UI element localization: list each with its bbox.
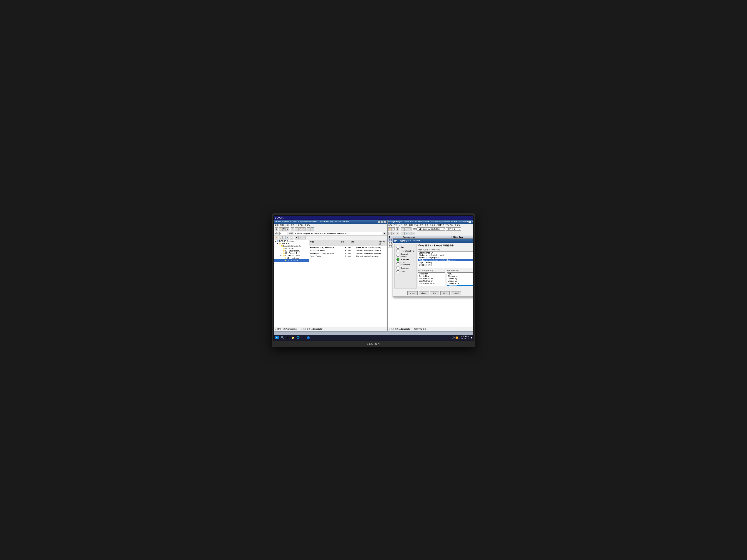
tree-item-example-template[interactable]: ▼ 📁 Example Template f... bbox=[274, 245, 309, 247]
rmenu-log[interactable]: 로흔 bbox=[424, 224, 428, 226]
taskbar-cortana-icon[interactable]: ◉ bbox=[285, 336, 290, 340]
btn-help[interactable]: 도움말 bbox=[451, 291, 461, 295]
filter-input[interactable] bbox=[279, 232, 287, 235]
ext-created-thru[interactable]: Created Thru bbox=[447, 282, 473, 285]
taskbar-search-icon[interactable]: 🔍 bbox=[280, 336, 285, 340]
rtb2-1[interactable]: ⬆ bbox=[388, 232, 392, 235]
menu-view[interactable]: 보기 bbox=[285, 224, 289, 226]
taskbar-edge-icon[interactable]: 🌐 bbox=[296, 336, 300, 340]
attr-object-identifier[interactable]: Object Identifier bbox=[418, 264, 473, 266]
menu-edit[interactable]: 편집 bbox=[280, 224, 284, 226]
taskbar-mail-icon[interactable]: ✉ bbox=[301, 336, 305, 340]
ext-allocated-to[interactable]: Allocated to bbox=[447, 275, 473, 277]
rtb-4[interactable]: ✂ bbox=[401, 228, 404, 231]
start-button[interactable]: ⊞ bbox=[275, 336, 279, 339]
link-last-modified-on[interactable]: Last Modified On bbox=[418, 280, 445, 282]
toolbar-btn-3[interactable]: 💾 bbox=[282, 228, 286, 231]
toolbar-btn-delete[interactable]: ✕ bbox=[302, 228, 306, 231]
filter-dropdown[interactable]: 01 Functional Safety Rec bbox=[417, 228, 445, 231]
toolbar-btn-g[interactable]: ⬇ bbox=[299, 236, 302, 239]
toolbar-btn-1[interactable]: ▣ bbox=[275, 228, 278, 231]
rmenu-changes[interactable]: 변경 관리 bbox=[445, 224, 453, 226]
toolbar-btn-paste[interactable]: 📋 bbox=[299, 228, 302, 231]
rtb-5[interactable]: ⬜ bbox=[405, 228, 408, 231]
ext-created-on[interactable]: Created On bbox=[447, 280, 473, 282]
rtb-1[interactable]: 📁 bbox=[388, 228, 392, 231]
toolbar-btn-c[interactable]: 📄 bbox=[282, 236, 286, 239]
tree-item-02system[interactable]: 📁 02 - System Req... bbox=[274, 252, 309, 255]
menu-tools[interactable]: 도구 bbox=[290, 224, 294, 226]
toolbar-btn-e[interactable]: 📊 bbox=[290, 236, 293, 239]
tree-item-00admin[interactable]: 📁 00 - Admin bbox=[274, 247, 309, 250]
toolbar-btn-f[interactable]: ⬆ bbox=[295, 236, 298, 239]
tree-item-02software[interactable]: 📁 02 - Software bbox=[274, 259, 309, 262]
rtb2-2[interactable]: ⬇ bbox=[392, 232, 395, 235]
doors-link-listbox[interactable]: Created By Created On Last Modified By L… bbox=[418, 272, 445, 286]
level-dropdown[interactable]: 모든 레벨 bbox=[446, 228, 461, 231]
rtb2-6[interactable]: 🔗 bbox=[408, 232, 411, 235]
toolbar-btn-4[interactable]: 🖨 bbox=[286, 228, 289, 231]
list-row[interactable]: Safety Goals Formal The high level safet… bbox=[309, 255, 387, 258]
link-last-modified-by[interactable]: Last Modified By bbox=[418, 277, 445, 280]
btn-prev[interactable]: < 이전 bbox=[407, 291, 418, 295]
toolbar-btn-5[interactable]: ↩ bbox=[307, 228, 310, 231]
btn-cancel[interactable]: 취소 bbox=[440, 291, 449, 295]
rtb-6[interactable]: 📋 bbox=[408, 228, 411, 231]
attr-object-heading[interactable]: Object Heading bbox=[418, 261, 473, 264]
close-button[interactable]: × bbox=[384, 220, 386, 223]
attr-module-name-path[interactable]: Module Name (including path) bbox=[418, 254, 473, 257]
tree-item-01stakeholder[interactable]: 📁 01 - Stakeholder... bbox=[274, 250, 309, 252]
rmenu-edit[interactable]: 편집 bbox=[393, 224, 397, 226]
toolbar-btn-copy[interactable]: ⬜ bbox=[295, 228, 298, 231]
tree-item-doors-db[interactable]: ▼ 🗄 DOORS Database bbox=[274, 240, 309, 242]
ext-asil[interactable]: ASIL bbox=[447, 273, 473, 275]
menu-changes[interactable]: 변경관리 bbox=[296, 224, 303, 226]
address-input[interactable] bbox=[294, 232, 382, 235]
link-created-on[interactable]: Created On bbox=[418, 275, 445, 277]
rmenu-file[interactable]: 파일 bbox=[388, 224, 392, 226]
external-link-listbox[interactable]: ASIL Allocated to Created By Created On … bbox=[447, 272, 473, 286]
rmenu-view[interactable]: 보기 bbox=[399, 224, 403, 226]
rmenu-neodta[interactable]: NeoDTA bbox=[437, 224, 444, 226]
toolbar-btn-cut[interactable]: ✂ bbox=[291, 228, 294, 231]
rtb-2[interactable]: 💾 bbox=[392, 228, 395, 231]
rtb2-5[interactable]: 📊 bbox=[405, 232, 408, 235]
toolbar-btn-h[interactable]: ↕ bbox=[302, 236, 306, 239]
module-attrs-listbox[interactable]: Last Modified On Module Name (including … bbox=[418, 251, 473, 268]
ext-description[interactable]: Description bbox=[447, 285, 473, 286]
tree-item-01hardware[interactable]: 📁 01 - Hardware bbox=[274, 257, 309, 259]
link-created-by[interactable]: Created By bbox=[418, 273, 445, 275]
toolbar-btn-d[interactable]: 🔧 bbox=[286, 236, 289, 239]
link-module-name[interactable]: Link Module Name bbox=[418, 282, 445, 285]
rmenu-user[interactable]: 사용자 bbox=[430, 224, 435, 226]
list-row[interactable]: Item Definition Requirements Formal Cont… bbox=[309, 252, 387, 255]
toolbar-btn-b[interactable]: 📋 bbox=[279, 236, 282, 239]
rmenu-input[interactable]: 입력 bbox=[409, 224, 413, 226]
taskbar-file-explorer-icon[interactable]: 📁 bbox=[290, 336, 295, 340]
attr-module-name-other[interactable]: Module Name including path for other fol… bbox=[418, 259, 473, 261]
attr-last-modified-on[interactable]: Last Modified On bbox=[418, 252, 473, 254]
show-desktop-btn[interactable]: ▣ bbox=[470, 337, 472, 339]
toolbar-btn-a[interactable]: 📂 bbox=[275, 236, 278, 239]
rmenu-tools[interactable]: 도구 bbox=[419, 224, 423, 226]
rmenu-help[interactable]: 도움말 bbox=[455, 224, 460, 226]
rmenu-insert[interactable]: 삽입 bbox=[404, 224, 408, 226]
rtb-3[interactable]: 🖨 bbox=[396, 228, 399, 231]
list-row[interactable]: Hazardous Events Formal Contains a list … bbox=[309, 249, 387, 252]
btn-finish[interactable]: 완료 bbox=[430, 291, 439, 295]
ext-created-by[interactable]: Created By bbox=[447, 277, 473, 280]
minimize-button[interactable]: _ bbox=[378, 220, 380, 223]
list-row[interactable]: Functional Safety Requireme... Formal Th… bbox=[309, 246, 387, 249]
attr-module-name-no-path[interactable]: Module Name (no path) bbox=[418, 257, 473, 259]
rtb2-3[interactable]: ↕ bbox=[396, 232, 399, 235]
toolbar-btn-2[interactable]: 📁 bbox=[279, 228, 282, 231]
address-dropdown[interactable]: ▼ bbox=[383, 232, 386, 235]
taskbar-app-icon[interactable]: 🔵 bbox=[306, 336, 310, 340]
btn-next[interactable]: 다음 > bbox=[419, 291, 429, 295]
rtb2-4[interactable]: 📄 bbox=[401, 232, 404, 235]
maximize-button[interactable]: □ bbox=[381, 220, 383, 223]
menu-help[interactable]: 도움말 bbox=[305, 224, 310, 226]
toolbar-btn-6[interactable]: 🔍 bbox=[311, 228, 314, 231]
tree-item-iso26262[interactable]: ▼ 📁 ISO 26262 bbox=[274, 242, 309, 245]
tree-item-03hwsw[interactable]: ▼ 📁 03 -HW and SW R... bbox=[274, 255, 309, 257]
